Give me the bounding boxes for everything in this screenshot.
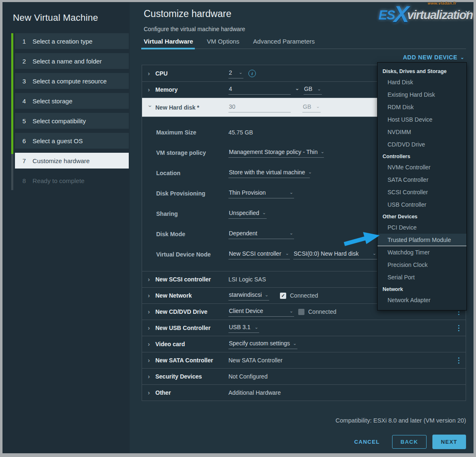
menu-item-nvdimm[interactable]: NVDIMM bbox=[378, 126, 466, 138]
detail-label: Disk Mode bbox=[156, 231, 228, 237]
menu-item-network-adapter[interactable]: Network Adapter bbox=[378, 294, 466, 306]
cancel-button[interactable]: CANCEL bbox=[354, 439, 380, 445]
memory-gb-select[interactable]: GB⌄ bbox=[304, 85, 322, 95]
sidebar-step-select-storage[interactable]: 4Select storage bbox=[15, 93, 129, 109]
location-store-with-the-virtual-machine-select[interactable]: Store with the virtual machine⌄ bbox=[228, 168, 310, 178]
chevron-down-icon: ⌄ bbox=[255, 326, 258, 329]
maximum-size-value-text: 45.75 GB bbox=[228, 129, 253, 136]
new-network-connected-checkbox[interactable]: ✓Connected bbox=[280, 292, 318, 299]
hw-row-new-usb-controller[interactable]: ›New USB ControllerUSB 3.1⌄ bbox=[142, 320, 466, 336]
select-value: GB bbox=[303, 103, 311, 110]
disk-mode-dependent-select[interactable]: Dependent⌄ bbox=[228, 229, 294, 239]
stepper-chevron-icon[interactable]: ⌄ bbox=[295, 87, 299, 90]
sidebar-step-select-a-compute-resource[interactable]: 3Select a compute resource bbox=[15, 73, 129, 89]
select-value: 2 bbox=[229, 69, 232, 76]
menu-item-existing-hard-disk[interactable]: Existing Hard Disk bbox=[378, 88, 466, 101]
select-value: starwindiscsi bbox=[229, 291, 262, 298]
step-label: Select a compute resource bbox=[32, 78, 106, 85]
sharing-unspecified-select[interactable]: Unspecified⌄ bbox=[228, 209, 267, 219]
menu-item-sata-controller[interactable]: SATA Controller bbox=[378, 174, 466, 186]
hw-row-new-sata-controller[interactable]: ›New SATA ControllerNew SATA Controller bbox=[142, 352, 466, 368]
checkbox-label: Connected bbox=[308, 308, 336, 315]
sidebar-step-select-a-creation-type[interactable]: 1Select a creation type bbox=[15, 33, 129, 49]
new-cd-dvd-drive-connected-checkbox[interactable]: Connected bbox=[298, 308, 336, 315]
chevron-down-icon: ⌄ bbox=[290, 232, 293, 235]
virtual-device-node-new-scsi-controller-select[interactable]: New SCSI controller⌄ bbox=[228, 249, 290, 259]
menu-item-cd-dvd-drive[interactable]: CD/DVD Drive bbox=[378, 138, 466, 151]
kebab-dot bbox=[458, 311, 459, 313]
hw-row-security-devices[interactable]: ›Security DevicesNot Configured bbox=[142, 368, 466, 384]
security-devices-value-text: Not Configured bbox=[228, 373, 267, 380]
disk-provisioning-thin-provision-select[interactable]: Thin Provision⌄ bbox=[228, 188, 294, 198]
esx-virtualization-logo: www.vladan.fr ES X virtualization bbox=[378, 1, 473, 26]
row-label: New Hard disk * bbox=[155, 104, 199, 111]
menu-item-watchdog-timer[interactable]: Watchdog Timer bbox=[378, 246, 466, 259]
expand-chevron-icon[interactable]: › bbox=[148, 309, 152, 315]
menu-item-rdm-disk[interactable]: RDM Disk bbox=[378, 101, 466, 113]
menu-item-scsi-controller[interactable]: SCSI Controller bbox=[378, 186, 466, 198]
expand-chevron-icon[interactable]: › bbox=[148, 390, 152, 396]
step-label: Select storage bbox=[32, 98, 72, 105]
chevron-down-icon: ⌄ bbox=[262, 211, 266, 214]
add-new-device-button[interactable]: ADD NEW DEVICE ⌄ bbox=[403, 54, 464, 61]
sidebar-step-customize-hardware[interactable]: 7Customize hardware bbox=[15, 153, 129, 169]
row-label-box: ›New CD/DVD Drive bbox=[148, 308, 228, 315]
wizard-footer: Compatibility: ESXi 8.0 and later (VM ve… bbox=[130, 408, 474, 453]
expand-chevron-icon[interactable]: › bbox=[148, 87, 152, 93]
menu-item-precision-clock[interactable]: Precision Clock bbox=[378, 259, 466, 271]
expand-chevron-icon[interactable]: › bbox=[148, 325, 152, 331]
step-number: 2 bbox=[22, 58, 26, 65]
menu-item-nvme-controller[interactable]: NVMe Controller bbox=[378, 161, 466, 174]
row-controls: USB 3.1⌄ bbox=[228, 323, 461, 333]
row-label-box: ›New USB Controller bbox=[148, 325, 228, 331]
kebab-dot bbox=[458, 362, 459, 364]
video-card-specify-custom-settings-select[interactable]: Specify custom settings⌄ bbox=[228, 339, 297, 349]
new-cd-dvd-drive-client-device-select[interactable]: Client Device⌄ bbox=[228, 307, 294, 317]
row-controls: Specify custom settings⌄ bbox=[228, 339, 461, 349]
row-label: Security Devices bbox=[155, 373, 202, 380]
expand-chevron-icon[interactable]: › bbox=[148, 293, 152, 298]
expand-chevron-icon[interactable]: › bbox=[148, 357, 152, 363]
sidebar-step-ready-to-complete: 8Ready to complete bbox=[15, 173, 129, 188]
new-network-starwindiscsi-select[interactable]: starwindiscsi⌄ bbox=[228, 291, 269, 301]
new-hard-disk-value-input[interactable]: 30 bbox=[228, 103, 291, 112]
virtual-device-node-scsi-0-0-new-hard-disk-select[interactable]: SCSI(0:0) New Hard disk⌄ bbox=[293, 249, 377, 259]
checkbox-label: Connected bbox=[290, 292, 318, 299]
expand-chevron-icon[interactable]: › bbox=[148, 374, 152, 379]
back-button[interactable]: BACK bbox=[392, 435, 426, 449]
hw-row-other[interactable]: ›OtherAdditional Hardware bbox=[142, 384, 466, 401]
tab-virtual-hardware[interactable]: Virtual Hardware bbox=[144, 38, 193, 49]
add-device-menu: Disks, Drives and StorageHard DiskExisti… bbox=[377, 62, 467, 310]
info-icon[interactable]: i bbox=[248, 70, 256, 77]
menu-item-serial-port[interactable]: Serial Port bbox=[378, 271, 466, 283]
row-actions-kebab-icon[interactable] bbox=[456, 323, 461, 333]
tab-vm-options[interactable]: VM Options bbox=[207, 38, 239, 49]
detail-label: Location bbox=[156, 170, 228, 176]
expand-chevron-icon[interactable]: › bbox=[148, 276, 152, 282]
collapse-chevron-icon[interactable]: › bbox=[147, 105, 153, 110]
chevron-down-icon: ⌄ bbox=[317, 88, 321, 90]
sidebar-step-select-a-guest-os[interactable]: 6Select a guest OS bbox=[15, 133, 129, 149]
menu-group-header-network: Network bbox=[378, 283, 466, 294]
cpu-2-select[interactable]: 2⌄ bbox=[228, 68, 243, 78]
new-usb-controller-usb-3-1-select[interactable]: USB 3.1⌄ bbox=[228, 323, 259, 333]
chevron-down-icon: ⌄ bbox=[373, 252, 376, 255]
row-actions-kebab-icon[interactable] bbox=[456, 356, 461, 365]
expand-chevron-icon[interactable]: › bbox=[148, 71, 152, 76]
sidebar-step-select-a-name-and-folder[interactable]: 2Select a name and folder bbox=[15, 53, 129, 69]
menu-item-pci-device[interactable]: PCI Device bbox=[378, 221, 466, 234]
chevron-down-icon: ⌄ bbox=[308, 171, 312, 174]
memory-value-input[interactable]: 4 bbox=[228, 85, 291, 95]
next-button[interactable]: NEXT bbox=[432, 435, 466, 449]
hw-row-video-card[interactable]: ›Video cardSpecify custom settings⌄ bbox=[142, 336, 466, 352]
menu-item-usb-controller[interactable]: USB Controller bbox=[378, 198, 466, 211]
step-label: Select a name and folder bbox=[32, 58, 102, 65]
menu-item-trusted-platform-module[interactable]: Trusted Platform Module bbox=[378, 234, 466, 246]
vm-storage-policy-management-storage-policy-thin-select[interactable]: Management Storage policy - Thin⌄ bbox=[228, 148, 324, 158]
menu-item-hard-disk[interactable]: Hard Disk bbox=[378, 76, 466, 88]
expand-chevron-icon[interactable]: › bbox=[148, 341, 152, 347]
tab-advanced-parameters[interactable]: Advanced Parameters bbox=[253, 38, 314, 49]
menu-item-host-usb-device[interactable]: Host USB Device bbox=[378, 113, 466, 126]
sidebar-step-select-compatibility[interactable]: 5Select compatibility bbox=[15, 113, 129, 129]
detail-label: VM storage policy bbox=[156, 149, 228, 156]
